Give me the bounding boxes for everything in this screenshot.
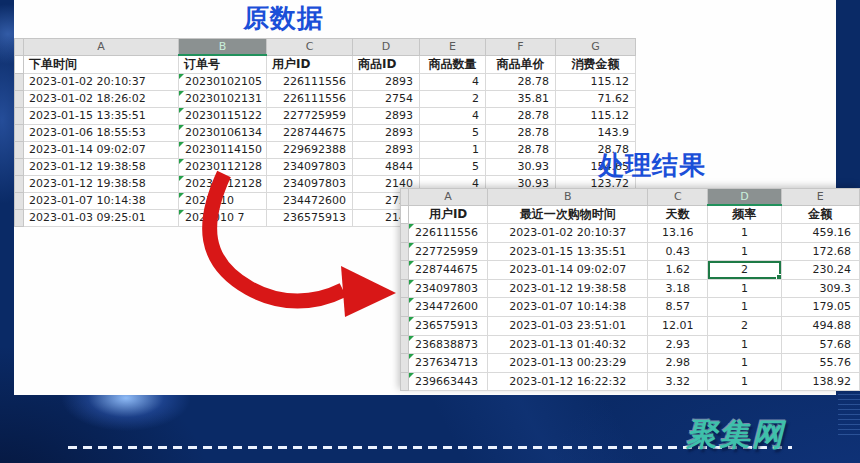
cell[interactable]: 115.12 (556, 108, 636, 125)
cell[interactable]: 71.62 (556, 91, 636, 108)
cell[interactable]: 2.93 (648, 335, 708, 354)
cell[interactable]: 1 (708, 298, 781, 317)
cell[interactable]: 459.16 (781, 224, 859, 243)
cell[interactable]: 2893 (353, 142, 420, 159)
cell[interactable]: 28.78 (486, 125, 556, 142)
cell[interactable]: 2023-01-13 01:40:32 (488, 335, 648, 354)
cell[interactable]: 0.43 (648, 242, 708, 261)
cell[interactable]: 236838873 (409, 335, 488, 354)
cell[interactable]: 2023-01-06 18:55:53 (24, 125, 179, 142)
column-letter-A[interactable]: A (24, 39, 179, 56)
cell[interactable]: 230.24 (781, 261, 859, 280)
cell[interactable]: 2893 (353, 108, 420, 125)
cell[interactable]: 2023-01-13 00:23:29 (488, 354, 648, 373)
column-header[interactable]: 最近一次购物时间 (488, 205, 648, 224)
cell[interactable]: 20230114150 (179, 142, 267, 159)
cell[interactable]: 3.18 (648, 279, 708, 298)
cell[interactable]: 227725959 (267, 108, 353, 125)
cell[interactable]: 28.78 (486, 74, 556, 91)
column-letter-F[interactable]: F (486, 39, 556, 56)
cell[interactable]: 13.16 (648, 224, 708, 243)
cell[interactable]: 2 (708, 261, 781, 280)
cell[interactable]: 30.93 (486, 159, 556, 176)
cell[interactable]: 8.57 (648, 298, 708, 317)
cell[interactable]: 2893 (353, 125, 420, 142)
cell[interactable]: 1 (708, 372, 781, 391)
column-letter-B[interactable]: B (488, 189, 648, 206)
cell[interactable]: 2023-01-12 19:38:58 (24, 176, 179, 193)
cell[interactable]: 179.05 (781, 298, 859, 317)
cell[interactable]: 4 (420, 74, 486, 91)
cell[interactable]: 20230102131 (179, 91, 267, 108)
column-header[interactable]: 商品数量 (420, 55, 486, 74)
column-header[interactable]: 用户ID (409, 205, 488, 224)
column-letter-B[interactable]: B (179, 39, 267, 56)
result-table[interactable]: ABCDE用户ID最近一次购物时间天数频率金额2261115562023-01-… (400, 188, 860, 391)
column-header[interactable]: 金额 (781, 205, 859, 224)
column-header[interactable]: 用户ID (267, 55, 353, 74)
cell[interactable]: 2023-01-02 18:26:02 (24, 91, 179, 108)
cell[interactable]: 2023-01-02 20:10:37 (488, 224, 648, 243)
cell[interactable]: 226111556 (409, 224, 488, 243)
column-letter-D[interactable]: D (353, 39, 420, 56)
cell[interactable]: 2 (708, 316, 781, 335)
cell[interactable]: 2023-01-14 09:02:07 (24, 142, 179, 159)
cell[interactable]: 1 (708, 335, 781, 354)
cell[interactable]: 2023-01-07 10:14:38 (488, 298, 648, 317)
cell[interactable]: 55.76 (781, 354, 859, 373)
cell[interactable]: 2023-01-07 10:14:38 (24, 193, 179, 210)
column-header[interactable]: 消费金额 (556, 55, 636, 74)
cell[interactable]: 35.81 (486, 91, 556, 108)
cell[interactable]: 228744675 (409, 261, 488, 280)
cell[interactable]: 115.12 (556, 74, 636, 91)
cell[interactable]: 2893 (353, 74, 420, 91)
cell[interactable]: 20230106134 (179, 125, 267, 142)
column-header[interactable]: 频率 (708, 205, 781, 224)
column-header[interactable]: 订单号 (179, 55, 267, 74)
column-letter-C[interactable]: C (648, 189, 708, 206)
cell[interactable]: 143.9 (556, 125, 636, 142)
select-all-corner[interactable] (401, 189, 409, 206)
column-letter-E[interactable]: E (781, 189, 859, 206)
cell[interactable]: 2023-01-15 13:35:51 (488, 242, 648, 261)
cell[interactable]: 494.88 (781, 316, 859, 335)
cell[interactable]: 2754 (353, 91, 420, 108)
cell[interactable]: 236575913 (409, 316, 488, 335)
cell[interactable]: 5 (420, 125, 486, 142)
cell[interactable]: 234097803 (409, 279, 488, 298)
column-letter-E[interactable]: E (420, 39, 486, 56)
cell[interactable]: 228744675 (267, 125, 353, 142)
column-header[interactable]: 商品ID (353, 55, 420, 74)
cell[interactable]: 20230115122 (179, 108, 267, 125)
cell[interactable]: 5 (420, 159, 486, 176)
cell[interactable]: 1 (708, 354, 781, 373)
cell[interactable]: 28.78 (486, 142, 556, 159)
cell[interactable]: 138.92 (781, 372, 859, 391)
cell[interactable]: 1 (708, 242, 781, 261)
cell[interactable]: 2023-01-15 13:35:51 (24, 108, 179, 125)
select-all-corner[interactable] (15, 39, 24, 56)
column-header[interactable]: 商品单价 (486, 55, 556, 74)
cell[interactable]: 226111556 (267, 74, 353, 91)
cell[interactable]: 234472600 (409, 298, 488, 317)
cell[interactable]: 226111556 (267, 91, 353, 108)
cell[interactable]: 172.68 (781, 242, 859, 261)
cell[interactable]: 2023-01-12 19:38:58 (488, 279, 648, 298)
cell[interactable]: 227725959 (409, 242, 488, 261)
cell[interactable]: 1 (708, 279, 781, 298)
cell[interactable]: 28.78 (486, 108, 556, 125)
column-letter-D[interactable]: D (708, 189, 781, 206)
cell[interactable]: 2023-01-03 09:25:01 (24, 210, 179, 227)
column-letter-G[interactable]: G (556, 39, 636, 56)
cell[interactable]: 2 (420, 91, 486, 108)
cell[interactable]: 1 (420, 142, 486, 159)
cell[interactable]: 1.62 (648, 261, 708, 280)
cell[interactable]: 57.68 (781, 335, 859, 354)
cell[interactable]: 309.3 (781, 279, 859, 298)
cell[interactable]: 2023-01-14 09:02:07 (488, 261, 648, 280)
cell[interactable]: 239663443 (409, 372, 488, 391)
column-letter-A[interactable]: A (409, 189, 488, 206)
column-letter-C[interactable]: C (267, 39, 353, 56)
column-header[interactable]: 天数 (648, 205, 708, 224)
cell[interactable]: 4 (420, 108, 486, 125)
